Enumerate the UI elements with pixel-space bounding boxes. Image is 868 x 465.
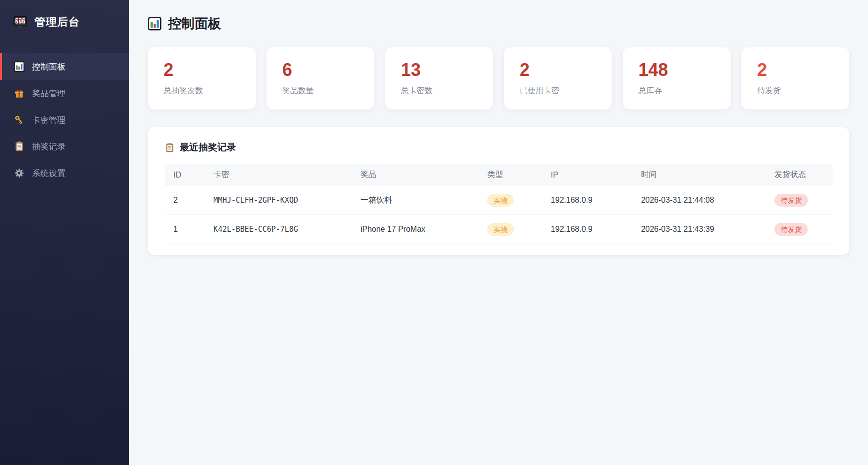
sidebar-item-label: 抽奖记录 xyxy=(32,141,66,152)
stats-grid: 2 总抽奖次数 6 奖品数量 13 总卡密数 2 已使用卡密 148 总库存 2… xyxy=(148,47,849,109)
stat-card-prize-count: 6 奖品数量 xyxy=(267,47,374,109)
stat-card-pending-shipment: 2 待发货 xyxy=(741,47,849,109)
cell-id: 1 xyxy=(165,215,204,244)
table-header-row: ID 卡密 奖品 类型 IP 时间 发货状态 xyxy=(165,164,833,186)
app-logo: 7 7 7 管理后台 xyxy=(0,0,129,44)
cell-type: 实物 xyxy=(478,215,542,244)
type-badge: 实物 xyxy=(487,223,514,236)
stat-value: 2 xyxy=(164,61,240,79)
stat-value: 13 xyxy=(401,61,477,79)
sidebar-item-label: 卡密管理 xyxy=(32,114,66,126)
col-header-key: 卡密 xyxy=(204,164,351,186)
bar-chart-icon xyxy=(14,61,25,72)
gear-icon xyxy=(14,168,25,179)
slot-machine-icon: 7 7 7 xyxy=(13,15,28,30)
col-header-type: 类型 xyxy=(478,164,542,186)
status-badge: 待发货 xyxy=(774,223,808,236)
cell-type: 实物 xyxy=(478,186,542,215)
table-row: 1 K42L-BBEE-CC6P-7L8G iPhone 17 ProMax 实… xyxy=(165,215,833,244)
stat-value: 6 xyxy=(282,61,359,79)
stat-label: 总卡密数 xyxy=(401,86,477,96)
key-icon xyxy=(14,114,25,125)
cell-prize: iPhone 17 ProMax xyxy=(352,215,479,244)
stat-value: 2 xyxy=(520,61,596,79)
cell-prize: 一箱饮料 xyxy=(352,186,479,215)
page-title: 控制面板 xyxy=(168,15,221,33)
app-title: 管理后台 xyxy=(34,15,80,30)
col-header-id: ID xyxy=(165,164,204,186)
cell-time: 2026-03-31 21:43:39 xyxy=(632,215,766,244)
page-header: 控制面板 xyxy=(148,15,849,33)
col-header-time: 时间 xyxy=(632,164,766,186)
stat-label: 已使用卡密 xyxy=(520,86,596,96)
cell-status: 待发货 xyxy=(766,186,833,215)
stat-label: 总库存 xyxy=(638,86,715,96)
col-header-ip: IP xyxy=(542,164,632,186)
cell-key: K42L-BBEE-CC6P-7L8G xyxy=(204,215,351,244)
sidebar-item-label: 控制面板 xyxy=(32,61,66,72)
svg-text:7: 7 xyxy=(15,18,18,23)
stat-card-total-draws: 2 总抽奖次数 xyxy=(148,47,256,109)
sidebar-item-card-keys[interactable]: 卡密管理 xyxy=(0,107,129,133)
stat-label: 待发货 xyxy=(757,86,834,96)
cell-status: 待发货 xyxy=(766,215,833,244)
cell-ip: 192.168.0.9 xyxy=(542,215,632,244)
svg-text:7: 7 xyxy=(22,18,25,23)
stat-value: 148 xyxy=(638,61,715,79)
clipboard-icon xyxy=(14,141,25,152)
cell-key: MMHJ-CLFH-2GPF-KXQD xyxy=(204,186,351,215)
bar-chart-icon xyxy=(148,17,162,31)
panel-header: 最近抽奖记录 xyxy=(165,141,833,154)
panel-title: 最近抽奖记录 xyxy=(180,141,236,154)
sidebar-item-settings[interactable]: 系统设置 xyxy=(0,160,129,186)
col-header-prize: 奖品 xyxy=(352,164,479,186)
svg-text:7: 7 xyxy=(19,18,22,23)
sidebar-item-draw-records[interactable]: 抽奖记录 xyxy=(0,133,129,160)
records-table: ID 卡密 奖品 类型 IP 时间 发货状态 2 MMHJ-CLFH-2GPF-… xyxy=(165,164,833,244)
cell-ip: 192.168.0.9 xyxy=(542,186,632,215)
stat-label: 总抽奖次数 xyxy=(164,86,240,96)
sidebar-item-dashboard[interactable]: 控制面板 xyxy=(0,53,129,80)
sidebar-item-label: 奖品管理 xyxy=(32,88,66,99)
sidebar-nav: 控制面板 奖品管理 xyxy=(0,44,129,186)
stat-label: 奖品数量 xyxy=(282,86,359,96)
status-badge: 待发货 xyxy=(774,194,808,207)
clipboard-icon xyxy=(165,143,175,153)
recent-records-panel: 最近抽奖记录 ID 卡密 奖品 类型 IP 时间 发货状态 xyxy=(148,127,849,255)
stat-card-total-keys: 13 总卡密数 xyxy=(385,47,493,109)
sidebar-item-prizes[interactable]: 奖品管理 xyxy=(0,80,129,107)
gift-icon xyxy=(14,88,25,99)
type-badge: 实物 xyxy=(487,194,514,207)
col-header-status: 发货状态 xyxy=(766,164,833,186)
sidebar: 7 7 7 管理后台 控制面板 xyxy=(0,0,129,465)
table-row: 2 MMHJ-CLFH-2GPF-KXQD 一箱饮料 实物 192.168.0.… xyxy=(165,186,833,215)
sidebar-item-label: 系统设置 xyxy=(32,168,66,179)
main-content: 控制面板 2 总抽奖次数 6 奖品数量 13 总卡密数 2 已使用卡密 148 … xyxy=(129,0,868,465)
cell-time: 2026-03-31 21:44:08 xyxy=(632,186,766,215)
stat-value: 2 xyxy=(757,61,834,79)
stat-card-total-stock: 148 总库存 xyxy=(623,47,731,109)
cell-id: 2 xyxy=(165,186,204,215)
stat-card-used-keys: 2 已使用卡密 xyxy=(504,47,612,109)
